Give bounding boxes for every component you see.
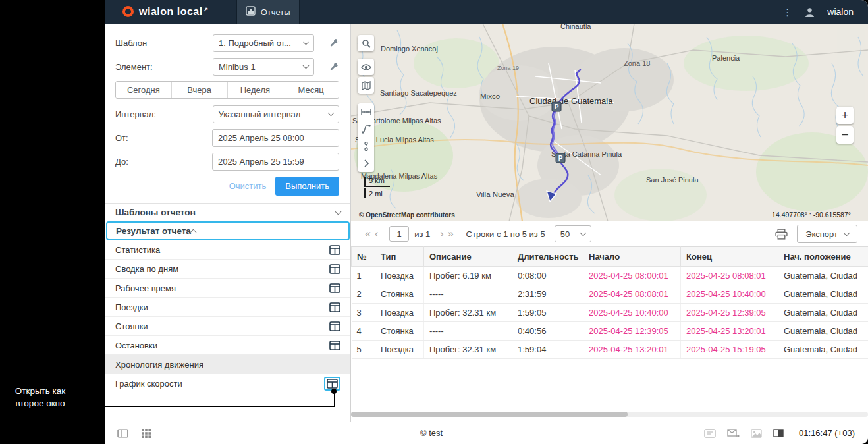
cell-type: Стоянка	[375, 285, 424, 304]
result-item-movement-timeline[interactable]: Хронология движения	[105, 355, 350, 374]
cell-type: Поездка	[375, 304, 424, 322]
from-datetime-input[interactable]	[212, 129, 339, 147]
result-item-daily-summary[interactable]: Сводка по дням	[105, 260, 350, 279]
next-page-button[interactable]: ›	[438, 228, 445, 240]
result-item-parkings[interactable]: Стоянки	[105, 317, 350, 336]
cell-type: Стоянка	[375, 322, 424, 341]
range-today-button[interactable]: Сегодня	[116, 82, 171, 98]
export-button-label: Экспорт	[805, 229, 838, 239]
open-table-icon[interactable]	[329, 245, 340, 255]
username[interactable]: wialon	[827, 7, 854, 17]
notifications-icon[interactable]	[704, 429, 716, 438]
cell-description: Пробег: 32.31 км	[424, 341, 512, 359]
table-row[interactable]: 1 Поездка Пробег: 6.19 км 0:08:00 2025-0…	[352, 267, 868, 285]
send-message-icon[interactable]	[727, 429, 740, 438]
reports-sidebar: Шаблон 1. Подробный от... Элемент: Minib…	[105, 24, 351, 422]
result-item-stops[interactable]: Остановки	[105, 336, 350, 355]
open-table-icon[interactable]	[329, 321, 340, 331]
scrollbar-thumb[interactable]	[351, 412, 628, 417]
result-item-statistics[interactable]: Статистика	[105, 240, 350, 260]
cell-end-link[interactable]: 2025-04-25 10:40:00	[681, 285, 778, 304]
cell-start-link[interactable]: 2025-04-25 12:39:05	[583, 322, 681, 341]
table-row[interactable]: 4 Стоянка ----- 0:40:56 2025-04-25 12:39…	[352, 322, 868, 341]
result-item-work-time[interactable]: Рабочее время	[105, 279, 350, 298]
kebab-menu-icon[interactable]: ⋮	[782, 7, 792, 17]
map-view[interactable]: Chinautla Domingo Xenacoj Palencia Zona …	[351, 24, 868, 221]
section-report-templates[interactable]: Шаблоны отчетов	[105, 203, 350, 221]
user-icon[interactable]	[804, 7, 815, 18]
map-layers-button[interactable]	[358, 77, 374, 94]
open-table-icon[interactable]	[329, 341, 340, 350]
prev-page-button[interactable]: ‹	[373, 228, 380, 240]
wialon-logo-text: wialon local↗	[139, 6, 209, 18]
cell-start-link[interactable]: 2025-04-25 08:08:01	[583, 285, 681, 304]
expand-tools-button[interactable]	[358, 155, 374, 172]
zoom-in-button[interactable]: +	[836, 107, 854, 124]
page-number-input[interactable]	[389, 226, 409, 242]
tab-reports[interactable]: Отчеты	[236, 0, 300, 24]
parking-marker-2[interactable]: P	[556, 153, 565, 163]
apps-grid-icon[interactable]	[142, 429, 151, 438]
chevron-down-icon	[335, 208, 342, 215]
track-points-button[interactable]	[358, 138, 374, 155]
template-select[interactable]: 1. Подробный от...	[213, 34, 314, 52]
map-visibility-button[interactable]	[358, 59, 374, 75]
map-label: Zona 18	[624, 59, 650, 67]
second-window-tooltip: Открыть как второе окно	[0, 380, 80, 415]
result-item-label: Сводка по дням	[115, 264, 178, 274]
first-page-button[interactable]: «	[363, 228, 373, 240]
result-item-speed-chart[interactable]: График скорости	[105, 374, 350, 393]
unit-select[interactable]: Minibus 1	[213, 58, 314, 76]
open-table-icon[interactable]	[329, 302, 340, 312]
routing-button[interactable]	[358, 121, 374, 138]
section-report-result[interactable]: Результат отчета	[106, 221, 350, 240]
to-datetime-input[interactable]	[212, 153, 339, 171]
map-label: Ciudad de Guatemala	[529, 96, 613, 106]
bottom-bar: © test 01:16:47 (+03)	[105, 422, 868, 444]
result-item-trips[interactable]: Поездки	[105, 298, 350, 317]
split-view-icon[interactable]	[773, 429, 784, 437]
cell-end-link[interactable]: 2025-04-25 12:39:05	[681, 304, 778, 322]
print-button[interactable]	[775, 229, 788, 240]
map-attribution: © OpenStreetMap contributors	[359, 211, 455, 219]
table-row[interactable]: 5 Поездка Пробег: 32.31 км 1:59:04 2025-…	[352, 341, 868, 359]
tab-reports-label: Отчеты	[261, 7, 290, 17]
cell-start-link[interactable]: 2025-04-25 08:00:01	[583, 267, 681, 285]
cell-num: 3	[352, 304, 375, 322]
clear-button[interactable]: Очистить	[229, 181, 267, 191]
result-item-label: Рабочее время	[115, 283, 176, 293]
measure-distance-button[interactable]	[358, 103, 374, 121]
template-settings-button[interactable]	[329, 38, 339, 48]
zoom-out-button[interactable]: −	[836, 126, 854, 144]
table-row[interactable]: 3 Поездка Пробег: 32.31 км 1:59:05 2025-…	[352, 304, 868, 322]
col-header-duration: Длительность	[512, 247, 583, 267]
cell-start-link[interactable]: 2025-04-25 13:20:01	[583, 341, 681, 359]
bottom-right-tools: 01:16:47 (+03)	[704, 428, 855, 438]
cell-end-link[interactable]: 2025-04-25 08:08:01	[681, 267, 778, 285]
page-size-value: 50	[560, 229, 570, 239]
range-month-button[interactable]: Месяц	[283, 82, 339, 98]
range-yesterday-button[interactable]: Вчера	[171, 82, 227, 98]
export-button[interactable]: Экспорт	[797, 225, 857, 243]
page-size-select[interactable]: 50	[555, 225, 591, 242]
cell-start-link[interactable]: 2025-04-25 10:40:00	[583, 304, 681, 322]
last-page-button[interactable]: »	[446, 228, 456, 240]
media-icon[interactable]	[751, 429, 762, 438]
execute-button[interactable]: Выполнить	[275, 177, 339, 196]
interval-select[interactable]: Указанный интервал	[213, 105, 339, 123]
map-label: Chinautla	[560, 24, 591, 30]
cell-end-link[interactable]: 2025-04-25 13:20:01	[681, 322, 778, 341]
map-search-button[interactable]	[358, 35, 374, 51]
cell-end-link[interactable]: 2025-04-25 15:19:05	[681, 341, 778, 359]
horizontal-scrollbar[interactable]	[351, 412, 868, 417]
open-table-icon[interactable]	[329, 283, 340, 293]
range-week-button[interactable]: Неделя	[227, 82, 283, 98]
result-item-label: Статистика	[115, 245, 160, 255]
panel-layout-icon[interactable]	[117, 429, 128, 438]
table-row[interactable]: 2 Стоянка ----- 2:31:59 2025-04-25 08:08…	[352, 285, 868, 304]
unit-settings-button[interactable]	[329, 62, 339, 72]
result-item-label: График скорости	[115, 379, 182, 389]
page-total-label: из 1	[414, 229, 430, 239]
parking-marker-1[interactable]: P	[552, 102, 561, 111]
open-table-icon[interactable]	[329, 264, 340, 274]
